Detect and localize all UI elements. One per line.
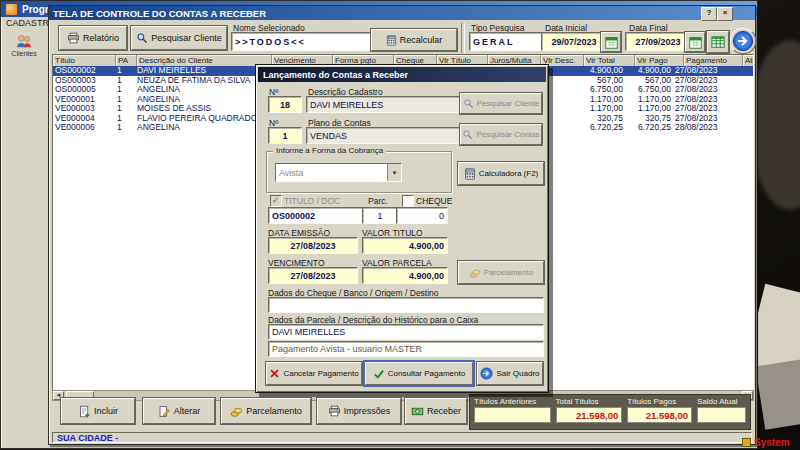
titulos-anteriores-label: Títulos Anteriores (474, 397, 551, 406)
parcelamento-button[interactable]: Parcelamento (221, 398, 311, 424)
cancelar-pagamento-button[interactable]: Cancelar Pagamento (266, 362, 362, 385)
receber-button[interactable]: Receber (405, 398, 467, 424)
column-header[interactable]: Atraso (743, 55, 754, 66)
dialog-title: Lançamento do Contas a Receber (263, 70, 408, 80)
column-header[interactable]: Título (53, 55, 116, 66)
table-cell: 4.900,00 (625, 66, 673, 76)
coins-icon (469, 267, 481, 279)
table-cell: 320,75 (625, 114, 673, 124)
historico-field-2[interactable]: Pagamento Avista - usuario MASTER (268, 341, 544, 357)
modal-parcelamento-button[interactable]: Parcelamento (458, 261, 544, 284)
modal-parcelamento-label: Parcelamento (484, 268, 533, 277)
table-cell: 1 (115, 85, 135, 95)
chevron-down-icon[interactable]: ▼ (387, 164, 401, 181)
column-header[interactable]: Pagamento (684, 55, 743, 66)
column-header[interactable]: Vlr Total (584, 55, 635, 66)
table-cell: VE000006 (53, 123, 115, 133)
help-icon[interactable]: ? (701, 7, 717, 21)
cancel-x-icon (269, 368, 280, 379)
relatorio-button[interactable]: Relatório (59, 26, 127, 50)
table-cell: 567,00 (575, 76, 625, 86)
pesquisar-contas-label: Pesquisar Contas (476, 130, 539, 139)
table-cell: 1.170,00 (625, 104, 673, 114)
search-icon (136, 32, 148, 44)
titulos-pagos-value: 21.598,00 (627, 407, 692, 423)
forma-cobranca-group: Informe a Forma da Cobrança Avista ▼ (266, 151, 452, 193)
modal-pesquisar-cliente-button[interactable]: Pesquisar Cliente (460, 93, 542, 114)
toolbar-clientes-label: Clientes (11, 50, 36, 57)
table-cell: 1 (115, 123, 135, 133)
recalcular-button[interactable]: Recalcular (371, 29, 457, 51)
alterar-button[interactable]: Alterar (143, 398, 215, 424)
money-icon (411, 405, 424, 418)
valor-parcela-field[interactable]: 4.900,00 (362, 267, 448, 284)
impressoes-button[interactable]: Impressões (317, 398, 401, 424)
document-plus-icon (78, 405, 91, 418)
pesquisar-contas-button[interactable]: Pesquisar Contas (460, 124, 542, 145)
data-inicial-field[interactable]: 29/07/2023 (541, 32, 607, 51)
plano-contas-field[interactable]: VENDAS (306, 127, 460, 144)
nome-selecionado-field[interactable]: >>TODOS<< (231, 32, 371, 51)
column-header[interactable]: PA (116, 55, 137, 66)
table-cell: VE000003 (53, 104, 115, 114)
main-window-titlebar[interactable]: TELA DE CONTROLE DO CONTAS A RECEBER ? × (49, 6, 755, 20)
calculadora-label: Calculadora (F2) (479, 169, 539, 178)
receber-label: Receber (427, 406, 461, 416)
status-bar: SUA CIDADE - (52, 432, 752, 443)
plano-numero-field[interactable]: 1 (268, 127, 302, 144)
calculator-icon (464, 168, 476, 180)
descricao-cadastro-field[interactable]: DAVI MEIRELLES (306, 96, 460, 113)
table-cell: OS000003 (53, 76, 115, 86)
valor-titulo-field[interactable]: 4.900,00 (362, 237, 448, 254)
grid-view-button[interactable] (707, 31, 729, 53)
data-final-calendar-button[interactable] (685, 32, 705, 52)
forma-cobranca-select[interactable]: Avista ▼ (275, 163, 402, 182)
titulo-doc-label: TITULO / DOC (284, 196, 340, 206)
incluir-button[interactable]: Incluir (61, 398, 135, 424)
table-cell: 1 (115, 95, 135, 105)
go-button[interactable] (730, 28, 756, 54)
data-inicial-calendar-button[interactable] (601, 32, 621, 52)
data-final-field[interactable]: 27/09/2023 (625, 32, 691, 51)
table-cell: VE000004 (53, 114, 115, 124)
titulo-doc-checkbox[interactable] (270, 195, 282, 207)
parc-field[interactable]: 1 (362, 207, 398, 224)
table-cell (731, 95, 754, 105)
main-window-title: TELA DE CONTROLE DO CONTAS A RECEBER (53, 8, 266, 19)
table-cell: 1.170,00 (575, 104, 625, 114)
parcelamento-label: Parcelamento (246, 406, 302, 416)
pesquisar-cliente-button[interactable]: Pesquisar Cliente (131, 26, 227, 50)
system-icon (742, 438, 751, 447)
dados-cheque-field[interactable] (268, 297, 544, 313)
toolbar-clientes-button[interactable]: Clientes (3, 31, 45, 59)
check-icon (373, 368, 385, 380)
cancelar-pagamento-label: Cancelar Pagamento (283, 369, 358, 378)
column-header[interactable]: Descrição do Cliente (137, 55, 272, 66)
table-cell (731, 85, 754, 95)
tipo-pesquisa-field[interactable]: GERAL (469, 32, 543, 51)
consultar-pagamento-button[interactable]: Consultar Pagamento (365, 362, 473, 385)
titulo-doc-field[interactable]: OS000002 (268, 207, 364, 224)
close-icon[interactable]: × (717, 7, 733, 21)
table-cell: MOISES DE ASSIS (135, 104, 269, 114)
alterar-label: Alterar (174, 406, 201, 416)
historico-field-1[interactable]: DAVI MEIRELLES (268, 324, 544, 340)
titulos-pagos-label: Títulos Pagos (627, 397, 692, 406)
table-cell: ANGELINA (135, 95, 269, 105)
search-icon (463, 98, 474, 109)
numero-field[interactable]: 18 (268, 96, 302, 113)
data-emissao-field[interactable]: 27/08/2023 (268, 237, 358, 254)
cheque-checkbox[interactable] (402, 195, 414, 207)
vencimento-field[interactable]: 27/08/2023 (268, 267, 358, 284)
app-icon (5, 3, 18, 16)
table-cell (731, 123, 754, 133)
sair-quadro-button[interactable]: Sair Quadro (477, 362, 543, 385)
column-header[interactable]: Vlr Pago (635, 55, 684, 66)
table-cell (731, 104, 754, 114)
printer-icon (328, 405, 341, 417)
cheque-field[interactable]: 0 (396, 207, 448, 224)
dialog-titlebar[interactable]: Lançamento do Contas a Receber (258, 67, 546, 82)
table-cell (731, 114, 754, 124)
calculadora-button[interactable]: Calculadora (F2) (458, 162, 544, 185)
consultar-pagamento-label: Consultar Pagamento (388, 369, 465, 378)
